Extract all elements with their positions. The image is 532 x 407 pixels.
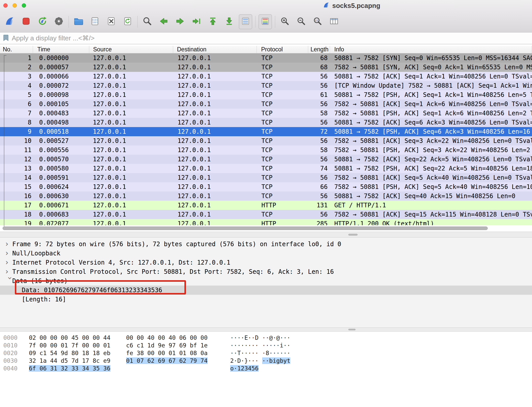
hex-row-0040[interactable]: 00406f 06 31 32 33 34 35 36o·123456 <box>3 365 532 372</box>
detail-text: Null/Loopback <box>12 250 60 257</box>
packet-row-13[interactable]: 130.000580127.0.0.1127.0.0.1TCP7450881 →… <box>0 164 532 173</box>
close-file-button[interactable] <box>105 14 118 29</box>
go-forward-button[interactable] <box>173 14 187 29</box>
detail-null-loopback[interactable]: ›Null/Loopback <box>0 249 532 258</box>
cell-no: 10 <box>0 136 33 145</box>
packet-row-4[interactable]: 40.000072127.0.0.1127.0.0.1TCP56[TCP Win… <box>0 81 532 90</box>
packet-row-14[interactable]: 140.000591127.0.0.1127.0.0.1TCP567582 → … <box>0 173 532 182</box>
packet-row-1[interactable]: 10.000000127.0.0.1127.0.0.1TCP6850881 → … <box>0 53 532 63</box>
cell-destination: 127.0.0.1 <box>173 136 257 145</box>
capture-options-button[interactable] <box>52 14 65 29</box>
packet-row-8[interactable]: 80.000498127.0.0.1127.0.0.1TCP5650881 → … <box>0 118 532 127</box>
splitter-handle[interactable] <box>348 234 358 235</box>
hex-row-0010[interactable]: 00107f 00 00 01 7f 00 00 01c6 c1 1d 9e 9… <box>3 342 532 349</box>
hex-row-0000[interactable]: 000002 00 00 00 45 00 00 4400 00 40 00 4… <box>3 334 532 342</box>
go-to-packet-button[interactable] <box>190 14 203 29</box>
display-filter-input[interactable] <box>12 33 532 43</box>
horizontal-scrollbar[interactable] <box>3 227 488 230</box>
go-last-button[interactable] <box>223 14 236 29</box>
cell-no: 14 <box>0 173 33 182</box>
svg-text:1:1: 1:1 <box>315 19 318 22</box>
packet-row-9[interactable]: 90.000518127.0.0.1127.0.0.1TCP7250881 → … <box>0 127 532 136</box>
zoom-100-button[interactable]: 1:1 <box>311 14 324 29</box>
hex-ascii: ··T····· ·8······ <box>230 349 290 357</box>
cell-source: 127.0.0.1 <box>89 109 173 118</box>
cell-info: 50881 → 7582 [PSH, ACK] Seq=22 Ack=5 Win… <box>330 164 532 173</box>
cell-no: 1 <box>0 53 33 63</box>
zoom-window-button[interactable] <box>22 3 26 8</box>
cell-length: 56 <box>308 81 330 90</box>
cell-length: 74 <box>308 164 330 173</box>
packet-row-3[interactable]: 30.000066127.0.0.1127.0.0.1TCP5650881 → … <box>0 72 532 81</box>
detail-data-value[interactable]: Data: 01076269676279746f06313233343536 <box>0 286 532 295</box>
cell-source: 127.0.0.1 <box>89 127 173 136</box>
hex-row-0020[interactable]: 002009 c1 54 9d 80 18 18 ebfe 38 00 00 0… <box>3 349 532 357</box>
column-header-length[interactable]: Length <box>308 46 330 53</box>
packet-row-2[interactable]: 20.000057127.0.0.1127.0.0.1TCP687582 → 5… <box>0 63 532 72</box>
packet-row-12[interactable]: 120.000570127.0.0.1127.0.0.1TCP5650881 →… <box>0 155 532 164</box>
cell-destination: 127.0.0.1 <box>173 90 257 99</box>
capture-restart-button[interactable] <box>36 14 49 29</box>
column-header-destination[interactable]: Destination <box>173 46 257 53</box>
hex-dump-pane: 000002 00 00 00 45 00 00 4400 00 40 00 4… <box>0 332 532 407</box>
go-back-button[interactable] <box>157 14 170 29</box>
colorize-button[interactable] <box>259 14 272 29</box>
go-first-button[interactable] <box>206 14 219 29</box>
window-title: socks5.pcapng <box>323 0 380 11</box>
packet-row-19[interactable]: 190.072077127.0.0.1127.0.0.1HTTP285HTTP/… <box>0 219 532 225</box>
cell-destination: 127.0.0.1 <box>173 182 257 191</box>
zoom-out-button[interactable] <box>295 14 308 29</box>
filter-bookmark-icon[interactable] <box>2 34 10 43</box>
column-header-protocol[interactable]: Protocol <box>257 46 308 53</box>
cell-no: 9 <box>0 127 33 136</box>
detail-ip[interactable]: ›Internet Protocol Version 4, Src: 127.0… <box>0 258 532 267</box>
packet-row-18[interactable]: 180.000683127.0.0.1127.0.0.1TCP567582 → … <box>0 210 532 219</box>
detail-tcp[interactable]: ›Transmission Control Protocol, Src Port… <box>0 267 532 276</box>
packet-row-5[interactable]: 50.000098127.0.0.1127.0.0.1TCP6150881 → … <box>0 90 532 99</box>
open-file-button[interactable] <box>72 14 85 29</box>
close-window-button[interactable] <box>3 3 8 8</box>
cell-time: 0.000630 <box>33 191 89 201</box>
minimize-window-button[interactable] <box>13 3 17 8</box>
detail-data-length[interactable]: [Length: 16] <box>0 295 532 304</box>
cell-no: 15 <box>0 182 33 191</box>
capture-start-button[interactable] <box>3 14 16 29</box>
window-chrome: socks5.pcapng 010110011:1 <box>0 0 532 32</box>
find-packet-button[interactable] <box>141 14 154 29</box>
go-to-packet-icon <box>191 16 202 28</box>
splitter-handle[interactable] <box>348 329 356 330</box>
resize-columns-button[interactable] <box>327 14 341 29</box>
capture-stop-button[interactable] <box>19 14 33 29</box>
cell-destination: 127.0.0.1 <box>173 155 257 164</box>
detail-data-node[interactable]: ›Data (16 bytes) <box>0 276 532 286</box>
packet-row-6[interactable]: 60.000105127.0.0.1127.0.0.1TCP567582 → 5… <box>0 99 532 109</box>
packet-row-11[interactable]: 110.000556127.0.0.1127.0.0.1TCP587582 → … <box>0 145 532 155</box>
chevron-right-icon[interactable]: › <box>3 258 11 267</box>
packet-row-17[interactable]: 170.000671127.0.0.1127.0.0.1HTTP131GET /… <box>0 201 532 210</box>
save-file-button[interactable]: 01011001 <box>88 14 102 29</box>
packet-row-15[interactable]: 150.000624127.0.0.1127.0.0.1TCP667582 → … <box>0 182 532 191</box>
go-back-icon <box>158 16 169 28</box>
detail-frame[interactable]: ›Frame 9: 72 bytes on wire (576 bits), 7… <box>0 240 532 249</box>
packet-row-7[interactable]: 70.000483127.0.0.1127.0.0.1TCP587582 → 5… <box>0 109 532 118</box>
column-header-info[interactable]: Info <box>330 46 532 53</box>
packet-row-16[interactable]: 160.000630127.0.0.1127.0.0.1TCP5650881 →… <box>0 191 532 201</box>
chevron-right-icon[interactable]: › <box>3 249 11 258</box>
column-header-source[interactable]: Source <box>89 46 173 53</box>
reload-file-button[interactable] <box>121 14 134 29</box>
cell-info: 7582 → 50881 [PSH, ACK] Seq=5 Ack=40 Win… <box>330 182 532 191</box>
chevron-right-icon[interactable]: › <box>3 240 11 249</box>
hex-row-0030[interactable]: 003032 1a 44 d5 7d 17 8c e901 07 62 69 6… <box>3 357 532 365</box>
toolbar-separator <box>69 16 69 28</box>
column-header-no[interactable]: No. <box>0 46 33 53</box>
pane-splitter-top[interactable] <box>0 232 532 238</box>
auto-scroll-button[interactable] <box>239 14 252 29</box>
packet-row-10[interactable]: 100.000527127.0.0.1127.0.0.1TCP567582 → … <box>0 136 532 145</box>
cell-destination: 127.0.0.1 <box>173 173 257 182</box>
chevron-down-icon[interactable]: › <box>5 274 14 282</box>
pane-splitter-bottom[interactable] <box>0 327 532 332</box>
close-file-icon <box>106 16 117 28</box>
cell-no: 6 <box>0 99 33 109</box>
column-header-time[interactable]: Time <box>33 46 89 53</box>
zoom-in-button[interactable] <box>278 14 292 29</box>
